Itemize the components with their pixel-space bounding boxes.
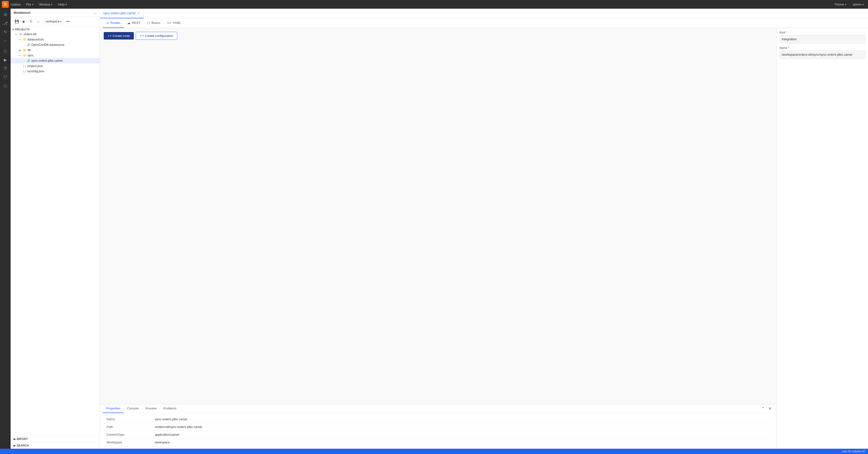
bottom-content: Namesync-orders-jdbc.camelPath/orders-et… <box>100 413 776 449</box>
canvas-area: + + Create route + + Create configuratio… <box>100 28 776 404</box>
status-text: Line 74, Column 47 <box>842 450 865 453</box>
admin-menu[interactable]: admin ▾ <box>850 2 866 7</box>
tree-item-db[interactable]: ▶ 📁 db <box>10 47 100 53</box>
sidebar-icon-refresh[interactable]: ↻ <box>1 28 9 36</box>
menu-file[interactable]: File ▾ <box>24 2 36 7</box>
name-value: /workspace/orders-etl/sync/sync-orders-j… <box>779 51 865 59</box>
close-panel-btn[interactable]: ✕ <box>767 405 774 412</box>
tsconfig-label: tsconfig.json <box>28 70 44 73</box>
prop-value: sync-orders-jdbc.camel <box>152 416 773 423</box>
create-config-btn[interactable]: + + Create configuration <box>136 32 177 40</box>
db-folder-icon: 📁 <box>23 48 27 52</box>
opencartdb-label: OpenCartDB.datasource <box>31 43 64 46</box>
refresh-btn[interactable]: ↻ <box>28 18 34 25</box>
db-arrow: ▶ <box>19 49 23 52</box>
projects-arrow: ▾ <box>12 28 14 31</box>
table-row: Namesync-orders-jdbc.camel <box>104 416 773 423</box>
file-panel-header: Workbench ... <box>10 9 100 17</box>
search-section[interactable]: ▶ SEARCH <box>10 442 100 449</box>
sidebar-icon-database[interactable]: ⬡ <box>1 47 9 55</box>
prop-value: /orders-etl/sync-orders-jdbc.camel <box>152 423 773 431</box>
orders-etl-arrow: ▾ <box>16 33 19 36</box>
menubar: C codbex File ▾ Window ▾ Help ▾ Theme ▾ … <box>0 0 868 9</box>
editor-area: sync-orders-jdbc.camel ✕ ⤮ Routes ☁ REST… <box>100 9 868 449</box>
app-logo[interactable]: C <box>2 1 9 8</box>
plus-icon: + <box>107 34 110 38</box>
sub-tab-yaml[interactable]: </> YAML <box>164 18 184 28</box>
run-btn[interactable]: ▶ <box>21 18 27 25</box>
create-route-btn[interactable]: + + Create route <box>104 32 134 39</box>
tab-close-btn[interactable]: ✕ <box>137 11 140 15</box>
table-row: ContentTypeapplication/camel <box>104 431 773 439</box>
tree-item-datasources[interactable]: ▾ 📁 datasources <box>10 37 100 42</box>
datasources-arrow: ▾ <box>19 38 23 41</box>
workspace-label: workspace <box>45 20 59 23</box>
kind-value: Integration <box>779 35 865 43</box>
sidebar-icon-history[interactable]: ⏱ <box>1 65 9 72</box>
file-panel-more[interactable]: ... <box>93 10 97 15</box>
sync-label: sync <box>28 54 34 57</box>
search-btn[interactable]: ⌕ <box>35 18 41 25</box>
rest-icon: ☁ <box>127 21 130 25</box>
prop-value: application/camel <box>152 431 773 439</box>
bottom-tabs: Properties Console Preview Problems <box>100 404 776 413</box>
prop-key: ContentType <box>104 431 152 439</box>
name-required-star: * <box>788 46 789 50</box>
sidebar-icon-git[interactable]: ⎇ <box>1 19 9 27</box>
import-section[interactable]: ▶ IMPORT <box>10 436 100 442</box>
projects-section[interactable]: ▾ PROJECTS <box>10 27 100 32</box>
tree-item-sync[interactable]: ▾ 📁 sync <box>10 53 100 58</box>
editor-tab-camel[interactable]: sync-orders-jdbc.camel ✕ <box>100 9 144 18</box>
tree-item-opencartdb[interactable]: ▶ 🔗 OpenCartDB.datasource <box>10 42 100 47</box>
workspace-selector[interactable]: workspace ▾ <box>43 19 64 24</box>
file-tree: ▾ PROJECTS ▾ ⊟ orders-etl ▾ 📁 datasource… <box>10 26 100 436</box>
sync-arrow: ▾ <box>19 54 23 57</box>
save-btn[interactable]: 💾 <box>13 18 20 25</box>
datasource-icon: 🔗 <box>27 43 30 47</box>
workspace-chevron: ▾ <box>60 20 61 23</box>
workbench-title: Workbench <box>13 11 31 14</box>
status-bar: Line 74, Column 47 <box>0 449 868 454</box>
bottom-tab-problems[interactable]: Problems <box>160 404 180 413</box>
sub-tab-rest[interactable]: ☁ REST <box>124 18 144 28</box>
plus-config-icon: + <box>140 34 142 38</box>
tree-item-orders-etl[interactable]: ▾ ⊟ orders-etl <box>10 32 100 37</box>
collapse-panel-btn[interactable]: ⌃ <box>760 405 767 412</box>
tree-item-project-json[interactable]: ▶ { } project.json <box>10 63 100 69</box>
tab-label: sync-orders-jdbc.camel <box>103 11 135 15</box>
table-row: Workspaceworkspace <box>104 439 773 446</box>
folder-icon: 📁 <box>23 38 27 41</box>
theme-menu[interactable]: Theme ▾ <box>832 2 848 7</box>
menu-help[interactable]: Help ▾ <box>56 2 69 7</box>
search-label: SEARCH <box>17 444 29 447</box>
sidebar-icon-extensions[interactable]: ⬡ <box>1 82 9 90</box>
bottom-tab-properties[interactable]: Properties <box>103 404 124 413</box>
orders-etl-label: orders-etl <box>24 33 36 36</box>
editor-content: + + Create route + + Create configuratio… <box>100 28 868 449</box>
app-name: codbex <box>10 3 21 6</box>
sub-tab-beans[interactable]: ⬡ Beans <box>144 18 164 28</box>
sidebar-icon-search[interactable]: ⌕ <box>1 37 9 44</box>
more-options-btn[interactable]: ••• <box>65 18 71 25</box>
yaml-icon: </> <box>167 21 171 25</box>
canvas-toolbar: + + Create route + + Create configuratio… <box>104 32 177 40</box>
sub-tab-routes[interactable]: ⤮ Routes <box>103 18 124 28</box>
prop-key: Workspace <box>104 439 152 446</box>
icon-sidebar: ⊞ ⎇ ↻ ⌕ ⬡ ▶ ⏱ 🛡 ⬡ <box>0 9 10 449</box>
db-label: db <box>28 48 31 52</box>
bottom-tab-preview[interactable]: Preview <box>142 404 160 413</box>
sidebar-icon-terminal[interactable]: ▶ <box>1 56 9 64</box>
prop-key: Name <box>104 416 152 423</box>
sync-camel-label: sync-orders-jdbc.camel <box>31 59 62 62</box>
sidebar-icon-shield[interactable]: 🛡 <box>1 73 9 81</box>
menu-window[interactable]: Window ▾ <box>37 2 55 7</box>
tree-item-sync-camel[interactable]: ▶ 🔗 sync-orders-jdbc.camel <box>10 58 100 63</box>
name-label: Name * <box>779 46 865 50</box>
tsconfig-icon: { } <box>23 69 27 73</box>
sidebar-icon-workbench[interactable]: ⊞ <box>1 10 9 18</box>
json-icon: { } <box>23 64 27 68</box>
bottom-tab-console[interactable]: Console <box>124 404 142 413</box>
kind-required-star: * <box>786 31 787 34</box>
tree-item-tsconfig[interactable]: ▶ { } tsconfig.json <box>10 69 100 74</box>
project-json-label: project.json <box>28 64 43 68</box>
